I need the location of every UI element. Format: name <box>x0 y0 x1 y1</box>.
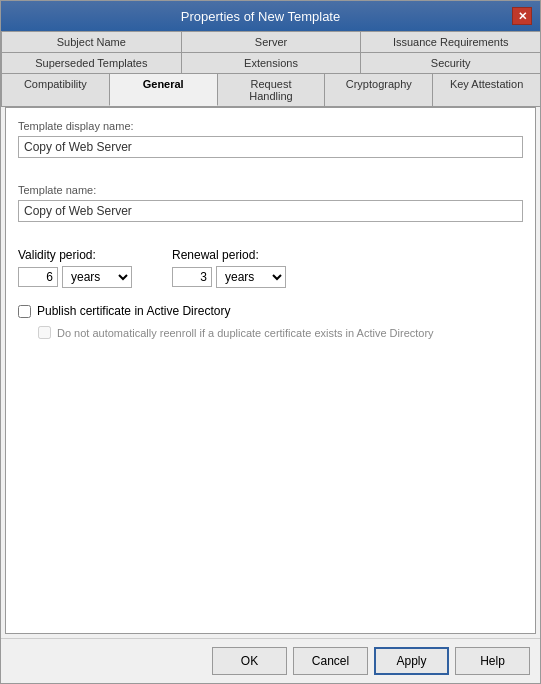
renewal-group: Renewal period: years months weeks days <box>172 248 286 288</box>
button-bar: OK Cancel Apply Help <box>1 638 540 683</box>
tab-security[interactable]: Security <box>360 52 541 73</box>
tab-cryptography[interactable]: Cryptography <box>324 73 433 106</box>
publish-checkbox[interactable] <box>18 305 31 318</box>
template-name-group: Template name: <box>18 184 523 222</box>
no-reenroll-checkbox-row: Do not automatically reenroll if a dupli… <box>38 326 523 339</box>
tab-row-1: Subject Name Server Issuance Requirement… <box>1 31 540 52</box>
tab-general[interactable]: General <box>109 73 218 106</box>
tab-row-2: Superseded Templates Extensions Security <box>1 52 540 73</box>
no-reenroll-checkbox[interactable] <box>38 326 51 339</box>
publish-label: Publish certificate in Active Directory <box>37 304 230 318</box>
template-name-label: Template name: <box>18 184 523 196</box>
renewal-label: Renewal period: <box>172 248 286 262</box>
dialog-window: Properties of New Template ✕ Subject Nam… <box>0 0 541 684</box>
content-area: Template display name: Template name: Va… <box>5 107 536 634</box>
tab-key-attestation[interactable]: Key Attestation <box>432 73 541 106</box>
title-bar: Properties of New Template ✕ <box>1 1 540 31</box>
validity-inputs: years months weeks days <box>18 266 132 288</box>
period-row: Validity period: years months weeks days… <box>18 248 523 288</box>
no-reenroll-label: Do not automatically reenroll if a dupli… <box>57 327 434 339</box>
validity-label: Validity period: <box>18 248 132 262</box>
tab-issuance-requirements[interactable]: Issuance Requirements <box>360 31 541 52</box>
validity-number-input[interactable] <box>18 267 58 287</box>
validity-group: Validity period: years months weeks days <box>18 248 132 288</box>
tab-subject-name[interactable]: Subject Name <box>1 31 182 52</box>
tab-server[interactable]: Server <box>181 31 362 52</box>
renewal-inputs: years months weeks days <box>172 266 286 288</box>
ok-button[interactable]: OK <box>212 647 287 675</box>
tab-request-handling[interactable]: Request Handling <box>217 73 326 106</box>
tab-container: Subject Name Server Issuance Requirement… <box>1 31 540 107</box>
apply-button[interactable]: Apply <box>374 647 449 675</box>
close-button[interactable]: ✕ <box>512 7 532 25</box>
tab-extensions[interactable]: Extensions <box>181 52 362 73</box>
tab-compatibility[interactable]: Compatibility <box>1 73 110 106</box>
validity-unit-select[interactable]: years months weeks days <box>62 266 132 288</box>
dialog-title: Properties of New Template <box>9 9 512 24</box>
tab-superseded-templates[interactable]: Superseded Templates <box>1 52 182 73</box>
display-name-input[interactable] <box>18 136 523 158</box>
tab-row-3: Compatibility General Request Handling C… <box>1 73 540 107</box>
display-name-label: Template display name: <box>18 120 523 132</box>
cancel-button[interactable]: Cancel <box>293 647 368 675</box>
template-name-input[interactable] <box>18 200 523 222</box>
renewal-number-input[interactable] <box>172 267 212 287</box>
renewal-unit-select[interactable]: years months weeks days <box>216 266 286 288</box>
publish-checkbox-row: Publish certificate in Active Directory <box>18 304 523 318</box>
help-button[interactable]: Help <box>455 647 530 675</box>
display-name-group: Template display name: <box>18 120 523 158</box>
